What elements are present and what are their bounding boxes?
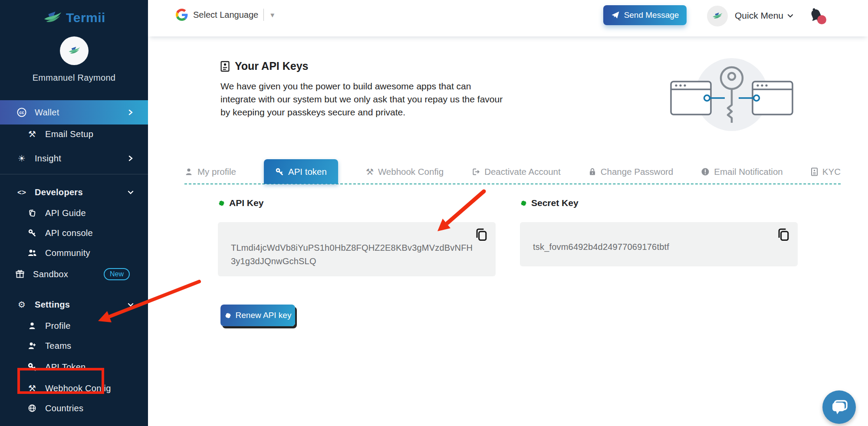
secret-key-label: Secret Key	[531, 198, 579, 208]
sidebar-item-label: Wallet	[35, 108, 59, 118]
sidebar-item-label: API console	[45, 228, 93, 238]
sidebar-item-label: Email Setup	[45, 129, 93, 139]
chevron-down-icon	[125, 302, 136, 307]
contact-card-icon	[220, 61, 230, 72]
chevron-down-icon	[787, 13, 794, 18]
renew-api-key-button[interactable]: Renew API key	[220, 305, 295, 326]
sidebar-item-api-console[interactable]: API console	[0, 223, 148, 243]
quick-menu-label: Quick Menu	[735, 10, 783, 21]
tab-label: Webhook Config	[378, 167, 444, 177]
sidebar-item-label: Community	[45, 248, 90, 258]
sidebar-item-api-token[interactable]: API Token	[0, 356, 148, 378]
sidebar-item-insight[interactable]: ☀ Insight	[0, 147, 148, 170]
tab-my-profile[interactable]: My profile	[184, 159, 236, 184]
sidebar-item-label: Settings	[35, 300, 70, 310]
notification-bell-icon[interactable]	[808, 6, 825, 25]
key-icon	[27, 362, 37, 372]
language-label: Select Language	[193, 10, 258, 20]
sidebar-item-wallet[interactable]: cc Wallet	[0, 100, 148, 125]
sidebar-item-email-setup[interactable]: ⚒ Email Setup	[0, 125, 148, 144]
sidebar-item-countries[interactable]: Countries	[0, 398, 148, 418]
sidebar-item-label: Countries	[45, 403, 83, 413]
sidebar-divider	[0, 174, 148, 174]
tab-label: Change Password	[601, 167, 674, 177]
copy-api-key-button[interactable]	[473, 226, 490, 243]
sidebar-item-developers[interactable]: <> Developers	[0, 181, 148, 203]
lock-icon	[589, 167, 596, 176]
brand-wordmark: Termii	[66, 10, 105, 25]
topbar: Select Language ▼ Send Message Quick Men…	[148, 0, 868, 36]
settings-tabs: My profile API token ⚒ Webhook Config De…	[184, 160, 841, 184]
tab-kyc[interactable]: KYC	[811, 159, 841, 184]
quick-menu[interactable]: Quick Menu	[735, 10, 794, 21]
divider	[263, 9, 264, 21]
person-icon	[27, 321, 37, 330]
renew-api-key-label: Renew API key	[236, 311, 292, 320]
sidebar-item-label: Profile	[45, 321, 71, 331]
id-card-icon	[811, 167, 818, 176]
secret-key-label-row: Secret Key	[520, 198, 579, 208]
sidebar-item-teams[interactable]: Teams	[0, 336, 148, 356]
api-key-box: TLmdi4jcWdVb8iYuPS1h0HbZ8FQHZ2E8KBv3gMVz…	[218, 222, 496, 276]
sidebar-item-label: API Token	[45, 362, 86, 372]
tab-webhook-config[interactable]: ⚒ Webhook Config	[366, 159, 444, 184]
chat-widget-button[interactable]	[822, 390, 856, 424]
code-icon: <>	[16, 189, 27, 196]
tab-api-token[interactable]: API token	[264, 159, 338, 184]
wallet-coin-icon: cc	[16, 107, 27, 118]
logout-icon	[471, 167, 480, 176]
caret-down-icon: ▼	[269, 11, 276, 19]
sidebar-item-profile[interactable]: Profile	[0, 316, 148, 336]
tools-icon: ⚒	[27, 130, 37, 138]
sidebar-item-sandbox[interactable]: Sandbox New	[0, 263, 148, 285]
person-icon	[184, 167, 193, 176]
send-message-button[interactable]: Send Message	[603, 5, 687, 25]
sidebar-item-label: Webhook Config	[45, 383, 111, 393]
chevron-right-icon	[125, 109, 136, 116]
paper-plane-icon	[611, 11, 620, 20]
tab-deactivate-account[interactable]: Deactivate Account	[471, 159, 561, 184]
page-title: Your API Keys	[235, 60, 309, 72]
tab-label: Email Notification	[714, 167, 783, 177]
key-icon	[27, 229, 37, 237]
page-title-row: Your API Keys	[220, 60, 309, 72]
sidebar-item-label: Sandbox	[33, 269, 68, 279]
main-content: Your API Keys We have given you the powe…	[148, 36, 868, 426]
api-key-illustration	[667, 56, 797, 135]
account-avatar[interactable]	[707, 6, 728, 26]
tab-email-notification[interactable]: Email Notification	[701, 159, 783, 184]
sidebar-item-label: Insight	[35, 154, 61, 164]
person-plus-icon	[27, 341, 37, 350]
people-icon	[27, 249, 37, 257]
sidebar-nav: cc Wallet ⚒ Email Setup ☀ Insight <> Dev…	[0, 100, 148, 418]
copy-secret-key-button[interactable]	[775, 226, 792, 243]
chat-bubbles-icon	[830, 399, 848, 416]
google-icon	[176, 9, 188, 21]
globe-icon	[27, 404, 37, 413]
sidebar-item-label: Developers	[35, 187, 83, 197]
tools-icon: ⚒	[366, 167, 374, 176]
termii-logo[interactable]: Termii	[0, 0, 148, 25]
tab-change-password[interactable]: Change Password	[589, 159, 674, 184]
api-key-label: API Key	[229, 198, 263, 208]
pages-icon	[27, 209, 37, 217]
language-selector[interactable]: Select Language ▼	[176, 9, 276, 21]
secret-key-value: tsk_fovm6492b4d24977069176tbtf	[533, 240, 778, 254]
user-name: Emmanuel Raymond	[0, 73, 148, 83]
green-star-icon	[520, 200, 527, 207]
sidebar-item-label: Teams	[45, 341, 71, 351]
tab-label: My profile	[197, 167, 236, 177]
termii-bird-icon	[43, 11, 62, 25]
sidebar-item-settings[interactable]: ⚙ Settings	[0, 293, 148, 316]
notification-badge	[817, 15, 826, 24]
sidebar-item-webhook-config[interactable]: ⚒ Webhook Config	[0, 378, 148, 398]
secret-key-box: tsk_fovm6492b4d24977069176tbtf	[520, 222, 798, 266]
sidebar-item-community[interactable]: Community	[0, 243, 148, 263]
sidebar-item-api-guide[interactable]: API Guide	[0, 203, 148, 223]
gift-icon	[15, 269, 25, 279]
page-description: We have given you the power to build awe…	[220, 80, 505, 119]
chevron-down-icon	[125, 190, 136, 195]
api-key-label-row: API Key	[218, 198, 263, 208]
green-star-icon	[218, 200, 225, 207]
exclamation-circle-icon	[701, 167, 710, 176]
